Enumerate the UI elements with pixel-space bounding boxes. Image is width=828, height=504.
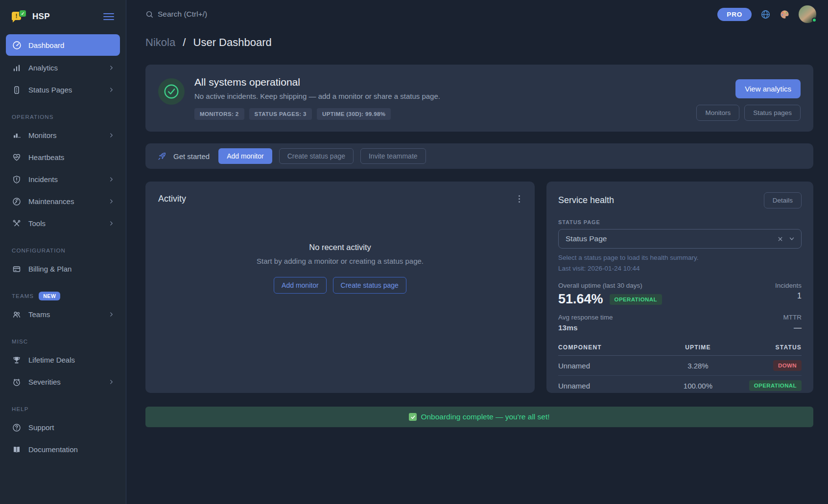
pro-badge[interactable]: PRO	[717, 8, 752, 21]
breadcrumb: Nikola / User Dashboard	[145, 36, 813, 49]
component-uptime: 100.00%	[660, 382, 735, 390]
section-operations: OPERATIONS	[0, 113, 126, 121]
sidebar-item-dashboard[interactable]: Dashboard	[6, 34, 120, 56]
sidebar-item-status-pages[interactable]: Status Pages	[0, 79, 126, 101]
table-row[interactable]: Unnamed 100.00% OPERATIONAL	[558, 376, 802, 393]
monitors-chart-icon	[12, 131, 22, 140]
avg-response-label: Avg response time	[558, 314, 613, 321]
component-column-header: COMPONENT	[558, 344, 660, 351]
new-badge: NEW	[39, 292, 60, 300]
sidebar-item-maintenances[interactable]: Maintenances	[0, 190, 126, 212]
view-analytics-button[interactable]: View analytics	[735, 79, 801, 98]
activity-header: Activity	[158, 193, 522, 205]
sidebar-item-teams[interactable]: Teams	[0, 303, 126, 325]
overall-uptime-value: 51.64%	[558, 292, 603, 307]
chevron-right-icon	[108, 198, 115, 205]
bar-chart-icon	[12, 64, 22, 72]
section-misc: MISC	[0, 337, 126, 346]
alarm-clock-icon	[12, 378, 22, 387]
sidebar-item-billing[interactable]: Billing & Plan	[0, 258, 126, 280]
service-health-card: Service health Details STATUS PAGE Statu…	[546, 182, 813, 393]
search-input[interactable]	[158, 10, 334, 19]
check-icon	[409, 413, 417, 421]
cards-row: Activity No recent activity Start by add…	[145, 182, 813, 393]
chevron-down-icon[interactable]	[788, 235, 795, 242]
onboarding-banner-text: Onboarding complete — you're all set!	[421, 412, 549, 421]
sidebar-item-analytics[interactable]: Analytics	[0, 57, 126, 79]
search-icon	[145, 10, 154, 19]
system-status-card: All systems operational No active incide…	[145, 65, 813, 132]
sidebar-item-severities[interactable]: Severities	[0, 371, 126, 393]
status-subtitle: No active incidents. Keep shipping — add…	[194, 92, 440, 100]
hero-secondary-actions: Monitors Status pages	[696, 105, 801, 121]
sidebar-item-tools[interactable]: Tools	[0, 212, 126, 234]
uptime-column-header: UPTIME	[660, 344, 735, 351]
search-bar[interactable]	[145, 10, 717, 19]
hamburger-menu-icon[interactable]	[103, 11, 114, 22]
get-started-bar: Get started Add monitor Create status pa…	[145, 143, 813, 169]
down-status-badge: DOWN	[773, 360, 802, 371]
heartbeat-icon	[12, 153, 22, 162]
onboarding-banner: Onboarding complete — you're all set!	[145, 407, 813, 427]
table-row[interactable]: Unnamed 3.28% DOWN	[558, 356, 802, 376]
sidebar-item-incidents[interactable]: Incidents	[0, 168, 126, 190]
response-stats-row: Avg response time 13ms MTTR —	[558, 314, 802, 332]
table-header-row: COMPONENT UPTIME STATUS	[558, 341, 802, 356]
create-status-page-button[interactable]: Create status page	[333, 277, 406, 294]
main-area: PRO Nikola / User Dashboard All systems …	[126, 0, 828, 504]
status-pages-button[interactable]: Status pages	[744, 105, 801, 121]
app-logo-icon: ! ✓	[12, 10, 26, 23]
overall-uptime-label: Overall uptime (last 30 days)	[558, 282, 662, 289]
section-help: HELP	[0, 405, 126, 413]
monitors-count-badge: MONITORS: 2	[194, 108, 244, 120]
empty-state-title: No recent activity	[158, 243, 522, 252]
component-name: Unnamed	[558, 362, 660, 370]
sidebar-item-monitors[interactable]: Monitors	[0, 124, 126, 146]
online-status-dot	[812, 18, 817, 23]
mttr-label: MTTR	[783, 314, 802, 321]
palette-icon[interactable]	[780, 9, 790, 20]
component-uptime: 3.28%	[660, 362, 735, 370]
components-table: COMPONENT UPTIME STATUS Unnamed 3.28% DO…	[558, 341, 802, 393]
hero-actions: View analytics Monitors Status pages	[696, 76, 801, 121]
uptime-stats-row: Overall uptime (last 30 days) 51.64% OPE…	[558, 282, 802, 307]
sidebar-item-documentation[interactable]: Documentation	[0, 438, 126, 460]
details-button[interactable]: Details	[764, 192, 802, 208]
traffic-light-icon	[12, 86, 22, 94]
book-icon	[12, 445, 22, 454]
invite-teammate-button[interactable]: Invite teammate	[360, 148, 426, 164]
globe-icon[interactable]	[760, 9, 771, 20]
chevron-right-icon	[108, 379, 115, 385]
user-avatar[interactable]	[799, 5, 816, 23]
sidebar-item-support[interactable]: Support	[0, 416, 126, 438]
activity-empty-state: No recent activity Start by adding a mon…	[158, 243, 522, 294]
trophy-icon	[12, 356, 22, 365]
sidebar-item-lifetime-deals[interactable]: Lifetime Deals	[0, 349, 126, 371]
credit-card-icon	[12, 265, 22, 274]
component-name: Unnamed	[558, 382, 660, 390]
incidents-stat: Incidents 1	[775, 282, 802, 300]
status-page-select-value: Status Page	[566, 234, 777, 243]
status-pages-count-badge: STATUS PAGES: 3	[249, 108, 312, 120]
service-health-header: Service health Details	[558, 192, 802, 208]
monitors-button[interactable]: Monitors	[696, 105, 739, 121]
breadcrumb-parent[interactable]: Nikola	[145, 36, 175, 48]
section-teams: TEAMS NEW	[0, 292, 126, 300]
empty-state-subtitle: Start by adding a monitor or creating a …	[158, 257, 522, 265]
select-helper-text: Select a status page to load its health …	[558, 254, 802, 261]
sidebar-item-heartbeats[interactable]: Heartbeats	[0, 146, 126, 168]
app-name: HSP	[32, 12, 103, 22]
add-monitor-button[interactable]: Add monitor	[218, 148, 272, 164]
status-page-select[interactable]: Status Page	[558, 229, 802, 249]
tools-icon	[12, 219, 22, 228]
chevron-right-icon	[108, 87, 115, 93]
sidebar-nav: Dashboard Analytics Status Pages OPERATI…	[0, 34, 126, 460]
kebab-menu-icon[interactable]	[517, 193, 522, 205]
logo-row: ! ✓ HSP	[0, 7, 126, 26]
clear-selection-icon[interactable]	[777, 236, 783, 242]
add-monitor-button[interactable]: Add monitor	[274, 277, 326, 294]
section-configuration: CONFIGURATION	[0, 246, 126, 255]
create-status-page-button[interactable]: Create status page	[279, 148, 354, 164]
incidents-label: Incidents	[775, 282, 802, 289]
status-page-field-label: STATUS PAGE	[558, 219, 802, 225]
